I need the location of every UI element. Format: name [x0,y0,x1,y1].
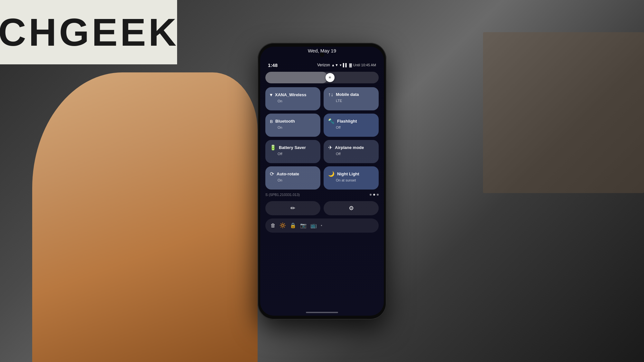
auto-rotate-tile-header: ⟳ Auto-rotate [270,171,316,177]
phone-screen: Wed, May 19 1:48 Verizon ▲▼ ▾ ▌▌ ▓ Until… [260,47,384,316]
bottom-controls: ✏ ⚙ [260,199,384,217]
version-row: S (SPB1.210331.013) [260,190,384,199]
battery-saver-tile[interactable]: 🔋 Battery Saver Off [265,140,320,163]
bluetooth-tile-header: ʙ Bluetooth [270,118,316,124]
page-dots [370,194,379,196]
battery-saver-tile-subtitle: Off [270,152,316,156]
shelf-background [483,32,644,193]
quick-settings-panel: Wed, May 19 1:48 Verizon ▲▼ ▾ ▌▌ ▓ Until… [260,47,384,316]
app-icon-trash[interactable]: 🗑 [270,223,276,228]
night-light-tile-title: Night Light [337,172,359,176]
auto-rotate-tile-title: Auto-rotate [277,172,299,176]
app-icon-tv[interactable]: 📺 [310,222,317,228]
airplane-mode-tile-header: ✈ Airplane mode [328,144,374,151]
bluetooth-tile[interactable]: ʙ Bluetooth On [265,114,320,137]
home-indicator[interactable] [306,312,338,313]
tiles-grid: ▾ XANA_Wireless On ↑↓ Mobile data LTE [260,87,384,190]
until-time: Until 10:45 AM [353,63,376,67]
signal-bars-icon: ▌▌ [343,63,348,67]
brightness-slider[interactable] [265,72,379,83]
wifi-tile-title: XANA_Wireless [275,92,306,97]
wifi-status-icon: ▾ [340,63,342,67]
page-dot-2 [373,194,375,196]
mobile-data-tile-subtitle: LTE [328,99,374,103]
auto-rotate-tile[interactable]: ⟳ Auto-rotate On [265,166,320,190]
night-light-icon: 🌙 [328,171,335,177]
signal-icon: ▲▼ [331,63,338,67]
airplane-mode-icon: ✈ [328,144,332,151]
mobile-data-tile[interactable]: ↑↓ Mobile data LTE [324,87,379,110]
flashlight-tile-title: Flashlight [337,119,357,124]
phone-frame: Wed, May 19 1:48 Verizon ▲▼ ▾ ▌▌ ▓ Until… [258,43,386,320]
airplane-mode-tile[interactable]: ✈ Airplane mode Off [324,140,379,163]
flashlight-icon: 🔦 [328,118,335,124]
battery-icon: ▓ [349,63,352,67]
page-dot-1 [370,194,372,196]
flashlight-tile-header: 🔦 Flashlight [328,118,374,124]
bluetooth-tile-title: Bluetooth [275,119,295,124]
battery-saver-tile-title: Battery Saver [279,145,306,150]
settings-icon: ⚙ [349,205,354,212]
mobile-data-tile-title: Mobile data [336,92,359,97]
battery-saver-tile-header: 🔋 Battery Saver [270,144,316,151]
app-tray: 🗑 🔆 🔒 📷 📺 ● [265,218,379,233]
settings-button[interactable]: ⚙ [324,201,379,215]
app-icon-camera[interactable]: 📷 [300,222,307,228]
auto-rotate-icon: ⟳ [270,171,274,177]
status-time: 1:48 [268,62,278,68]
hand-background [32,72,258,362]
mobile-data-icon: ↑↓ [328,92,333,97]
battery-saver-icon: 🔋 [270,144,276,151]
flashlight-tile[interactable]: 🔦 Flashlight Off [324,114,379,137]
brightness-thumb[interactable] [326,73,335,82]
brightness-track [265,72,328,83]
night-light-tile[interactable]: 🌙 Night Light On at sunset [324,166,379,190]
carrier-name: Verizon [317,63,330,67]
page-dot-3 [377,194,379,196]
wifi-tile[interactable]: ▾ XANA_Wireless On [265,87,320,110]
edit-button[interactable]: ✏ [265,201,320,215]
wifi-tile-icon: ▾ [270,92,272,98]
app-icon-brightness[interactable]: 🔆 [279,222,286,228]
wifi-tile-header: ▾ XANA_Wireless [270,92,316,98]
status-bar: 1:48 Verizon ▲▼ ▾ ▌▌ ▓ Until 10:45 AM [260,60,384,69]
version-text-label: S (SPB1.210331.013) [265,193,300,197]
wifi-tile-subtitle: On [270,99,316,103]
night-light-tile-header: 🌙 Night Light [328,171,374,177]
auto-rotate-tile-subtitle: On [270,178,316,182]
app-tray-dot: ● [321,224,322,227]
bluetooth-tile-subtitle: On [270,125,316,129]
mobile-data-tile-header: ↑↓ Mobile data [328,92,374,97]
airplane-mode-tile-subtitle: Off [328,152,374,156]
edit-icon: ✏ [290,205,295,212]
bluetooth-icon: ʙ [270,118,273,124]
airplane-mode-tile-title: Airplane mode [335,145,364,150]
status-right: Verizon ▲▼ ▾ ▌▌ ▓ Until 10:45 AM [317,63,376,67]
night-light-tile-subtitle: On at sunset [328,178,374,182]
flashlight-tile-subtitle: Off [328,125,374,129]
camera-cutout [320,52,324,57]
sign-text: CHGEEK [0,0,177,64]
app-icon-lock[interactable]: 🔒 [290,222,296,228]
